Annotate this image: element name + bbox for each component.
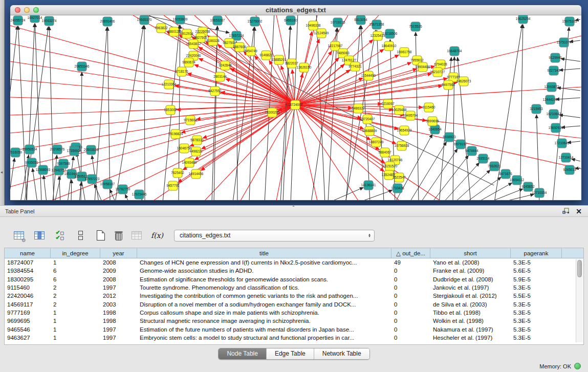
scrollbar-thumb[interactable] bbox=[577, 260, 582, 277]
table-cell[interactable]: 0 bbox=[391, 293, 430, 299]
table-cell[interactable]: 2 bbox=[51, 293, 100, 299]
column-header-out_de[interactable]: △ out_de... bbox=[391, 248, 430, 258]
table-cell[interactable]: 5.6E-5 bbox=[511, 268, 562, 274]
graph-node[interactable]: 11568693 bbox=[36, 165, 51, 174]
graph-node[interactable]: 24055724 bbox=[11, 16, 26, 25]
select-columns-icon[interactable]: ✔▢✔▢ bbox=[53, 229, 67, 242]
table-cell[interactable]: 22420046 bbox=[5, 293, 51, 299]
network-window-titlebar[interactable]: citations_edges.txt bbox=[10, 5, 581, 15]
table-row[interactable]: 946554611997Estimation of the future num… bbox=[5, 325, 583, 333]
graph-node[interactable]: 16927014 bbox=[28, 15, 42, 23]
graph-node[interactable]: 8486322 bbox=[352, 104, 365, 113]
table-cell[interactable]: Tibbo et al. (1998) bbox=[430, 310, 511, 316]
graph-node[interactable]: 9457791 bbox=[166, 181, 180, 190]
table-cell[interactable]: 2008 bbox=[100, 259, 137, 266]
graph-node[interactable]: 9227343 bbox=[547, 66, 560, 75]
table-cell[interactable]: Estimation of the future numbers of pati… bbox=[137, 326, 391, 333]
table-cell[interactable]: 49 bbox=[391, 259, 430, 266]
table-row[interactable]: 1872400712008Changes of HCN gene express… bbox=[5, 258, 583, 267]
graph-node[interactable]: 16648784 bbox=[447, 47, 462, 56]
table-row[interactable]: 1830029562008Estimation of significance … bbox=[5, 275, 583, 283]
table-cell[interactable]: 0 bbox=[391, 318, 430, 324]
table-cell[interactable]: 1 bbox=[51, 259, 100, 266]
graph-node[interactable]: 14093489 bbox=[182, 158, 197, 167]
table-selector-dropdown[interactable]: citations_edges.txt ▲▼ bbox=[174, 230, 375, 242]
close-panel-icon[interactable]: ✕ bbox=[576, 208, 582, 215]
graph-node[interactable]: 3215953 bbox=[530, 104, 543, 114]
table-row[interactable]: 946362711997Embryonic stem cells: a mode… bbox=[5, 334, 583, 342]
table-cell[interactable]: Dudbridge et al. (2008) bbox=[430, 276, 511, 282]
table-cell[interactable]: 1 bbox=[51, 318, 100, 324]
table-cell[interactable]: 2009 bbox=[100, 268, 137, 274]
table-cell[interactable]: 1997 bbox=[100, 326, 137, 333]
table-cell[interactable]: 2012 bbox=[100, 293, 137, 299]
graph-node[interactable]: 13626150 bbox=[297, 63, 312, 72]
graph-node[interactable]: 19950534 bbox=[23, 145, 37, 154]
graph-node[interactable]: 19654923 bbox=[397, 126, 412, 135]
graph-node[interactable]: 12093872 bbox=[545, 82, 559, 92]
graph-node[interactable]: 9245652 bbox=[521, 182, 535, 191]
graph-node[interactable]: 2718176 bbox=[175, 67, 188, 76]
table-cell[interactable]: 9115460 bbox=[5, 285, 51, 291]
graph-node[interactable]: 6216067 bbox=[381, 99, 395, 108]
graph-node[interactable]: 14914456 bbox=[189, 169, 204, 179]
graph-node[interactable]: 9397588 bbox=[57, 159, 70, 168]
rows-icon[interactable] bbox=[74, 229, 87, 242]
graph-node[interactable]: 4498222 bbox=[189, 147, 203, 156]
table-cell[interactable]: 9465546 bbox=[5, 326, 51, 333]
graph-node[interactable]: 10654112 bbox=[510, 176, 525, 185]
network-window[interactable]: citations_edges.txt 24055724169270141906… bbox=[10, 5, 581, 201]
table-cell[interactable]: Jankovic et al. (1997) bbox=[430, 285, 511, 291]
graph-node[interactable]: 9935051 bbox=[25, 158, 38, 167]
table-cell[interactable]: 0 bbox=[391, 268, 430, 274]
graph-node[interactable]: 20503616 bbox=[84, 145, 99, 155]
graph-node[interactable]: 9129946 bbox=[549, 53, 562, 62]
table-header-row[interactable]: namein_degreeyeartitle△ out_de...shortpa… bbox=[5, 248, 583, 258]
table-cell[interactable]: 5.9E-5 bbox=[511, 276, 562, 282]
table-row[interactable]: 977716911998Corpus callosum shape and si… bbox=[5, 309, 583, 317]
float-window-icon[interactable] bbox=[562, 208, 570, 214]
graph-node[interactable]: 10719135 bbox=[331, 18, 345, 27]
graph-node[interactable]: 20891406 bbox=[100, 17, 115, 26]
table-cell[interactable]: 6 bbox=[51, 268, 100, 274]
graph-node[interactable]: 5878333 bbox=[190, 136, 204, 145]
tab-edge-table[interactable]: Edge Table bbox=[267, 348, 314, 359]
table-cell[interactable]: 5.3E-5 bbox=[511, 301, 562, 308]
table-cell[interactable]: 0 bbox=[391, 326, 430, 333]
graph-node[interactable]: 18640910 bbox=[382, 41, 397, 51]
table-cell[interactable]: 1 bbox=[51, 310, 100, 316]
graph-node[interactable]: 9242848 bbox=[219, 61, 232, 70]
table-row[interactable]: 1456911722003Disruption of a novel membe… bbox=[5, 300, 583, 308]
table-cell[interactable]: 1997 bbox=[100, 335, 137, 341]
table-cell[interactable]: 9777169 bbox=[5, 310, 51, 316]
table-cell[interactable]: Franke et al. (2009) bbox=[430, 268, 511, 274]
tab-node-table[interactable]: Node Table bbox=[219, 348, 267, 359]
table-row[interactable]: 2242004622012Investigating the contribut… bbox=[5, 292, 583, 300]
tab-network-table[interactable]: Network Table bbox=[314, 348, 369, 359]
table-cell[interactable]: Changes of HCN gene expression and I(f) … bbox=[137, 259, 391, 266]
memory-status-indicator[interactable] bbox=[574, 363, 581, 369]
table-cell[interactable]: Tourette syndrome. Phenomenology and cla… bbox=[137, 285, 391, 291]
citation-network-graph[interactable]: 2405572416927014190632742089140619565370… bbox=[10, 15, 581, 200]
column-header-year[interactable]: year bbox=[100, 248, 137, 258]
graph-node[interactable]: 17210643 bbox=[555, 139, 570, 148]
table-cell[interactable]: Structural magnetic resonance image aver… bbox=[137, 318, 391, 324]
table-cell[interactable]: Investigating the contribution of common… bbox=[137, 293, 391, 299]
table-cell[interactable]: 14569117 bbox=[5, 301, 51, 308]
table-cell[interactable]: 18300295 bbox=[5, 276, 51, 282]
table-cell[interactable]: 0 bbox=[391, 310, 430, 316]
graph-node[interactable]: 9474444 bbox=[465, 146, 478, 156]
graph-node[interactable]: 12444195 bbox=[543, 95, 558, 104]
graph-node[interactable]: 8912934 bbox=[180, 29, 193, 38]
table-cell[interactable]: Estimation of significance thresholds fo… bbox=[137, 276, 391, 282]
graph-node[interactable]: 9715604 bbox=[184, 116, 197, 125]
table-cell[interactable]: 5.5E-5 bbox=[511, 293, 562, 299]
column-header-name[interactable]: name bbox=[5, 248, 51, 258]
graph-node[interactable]: 2803144 bbox=[213, 72, 227, 81]
graph-node[interactable]: 7515526 bbox=[409, 22, 422, 31]
graph-node[interactable]: 6466160 bbox=[284, 16, 297, 25]
network-view-canvas[interactable]: 2405572416927014190632742089140619565370… bbox=[10, 15, 581, 200]
table-cell[interactable]: Nakamura et al. (1997) bbox=[430, 326, 511, 333]
table-cell[interactable]: 2008 bbox=[100, 276, 137, 282]
graph-node[interactable]: 19625254 bbox=[516, 15, 531, 24]
